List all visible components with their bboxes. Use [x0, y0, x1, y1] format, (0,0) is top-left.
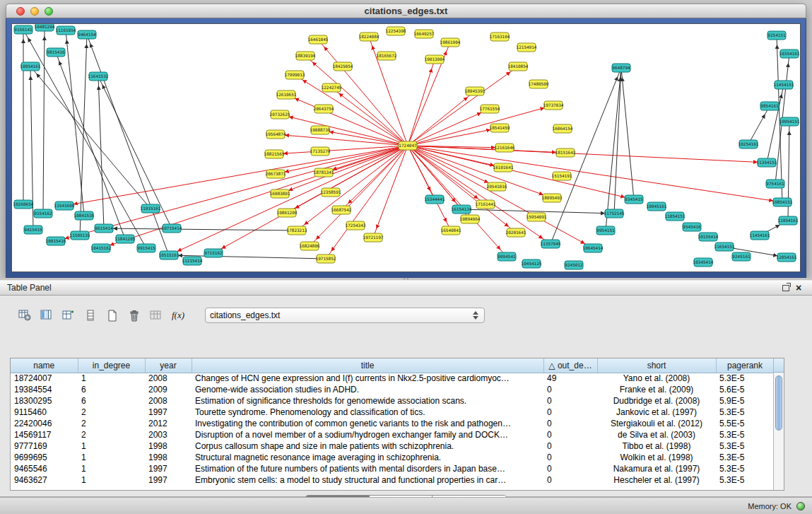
graph-node[interactable]: 11454151 — [774, 81, 794, 89]
graph-node[interactable]: 16983801 — [270, 189, 290, 198]
graph-node[interactable]: 11915161 — [141, 204, 161, 213]
graph-node[interactable]: 10354161 — [779, 49, 800, 58]
graph-node[interactable]: 10954161 — [20, 62, 41, 71]
graph-edge[interactable] — [614, 68, 621, 214]
column-header[interactable]: title — [192, 358, 543, 373]
graph-node[interactable]: 11354151 — [757, 158, 777, 167]
graph-node[interactable]: 11954161 — [778, 216, 799, 225]
graph-node[interactable]: 17761554 — [480, 105, 500, 113]
graph-node[interactable]: 9915415 — [137, 244, 155, 252]
table-cell[interactable]: 2008 — [145, 373, 192, 384]
graph-node[interactable]: 19715852 — [316, 255, 336, 263]
column-header[interactable]: △ out_de… — [543, 358, 597, 373]
table-row[interactable]: 946554611997Estimation of the future num… — [11, 463, 773, 474]
graph-node[interactable]: 18839194 — [295, 52, 316, 60]
table-cell[interactable]: 5.5E-5 — [716, 418, 773, 429]
show-columns-icon[interactable] — [37, 307, 56, 324]
graph-node[interactable]: 9954151 — [596, 226, 615, 235]
graph-node[interactable]: 20673871 — [266, 170, 286, 178]
graph-node[interactable]: 9345415 — [625, 195, 643, 204]
table-cell[interactable]: 5.3E-5 — [716, 373, 773, 384]
graph-edge[interactable] — [408, 146, 782, 202]
graph-edge[interactable] — [43, 27, 45, 214]
graph-edge[interactable] — [297, 146, 408, 230]
table-cell[interactable]: Dudbridge et al. (2008) — [597, 395, 716, 407]
graph-edge[interactable] — [408, 128, 500, 146]
table-row[interactable]: 977716911998Corpus callosum shape and si… — [11, 440, 773, 452]
graph-node[interactable]: 12242745 — [322, 83, 342, 92]
graph-node[interactable]: 9545416 — [683, 223, 701, 231]
table-cell[interactable]: 1 — [78, 440, 145, 452]
table-row[interactable]: 911546021997Tourette syndrome. Phenomeno… — [11, 407, 773, 418]
graph-edge[interactable] — [87, 35, 169, 255]
table-cell[interactable]: 9115460 — [11, 407, 78, 418]
graph-node[interactable]: 10415162 — [91, 244, 112, 252]
graph-node[interactable]: 10260654 — [13, 200, 34, 209]
table-cell[interactable]: 5.3E-5 — [716, 440, 773, 452]
graph-node[interactable]: 12358591 — [321, 188, 341, 197]
float-panel-icon[interactable] — [779, 282, 792, 293]
table-cell[interactable]: 0 — [543, 440, 597, 452]
graph-node[interactable]: 18945391 — [465, 87, 486, 95]
graph-node[interactable]: 16154134 — [452, 205, 472, 214]
graph-node[interactable]: 17823213 — [287, 226, 307, 235]
graph-node[interactable]: 15954091 — [526, 213, 547, 221]
table-cell[interactable]: Stergiakouli et al. (2012) — [597, 418, 716, 429]
table-cell[interactable]: 2012 — [145, 418, 192, 429]
graph-node[interactable]: 19721197 — [363, 233, 384, 242]
graph-node[interactable]: 17163104 — [490, 33, 510, 41]
graph-node[interactable]: 19894964 — [460, 215, 481, 223]
graph-node[interactable]: 19861209 — [277, 209, 298, 217]
graph-node[interactable]: 10454125 — [522, 259, 542, 268]
graph-node[interactable]: 20541016 — [487, 182, 507, 191]
table-cell[interactable]: 2008 — [145, 395, 192, 407]
graph-node[interactable]: 9854161 — [760, 102, 779, 110]
table-cell[interactable]: 5.6E-5 — [716, 384, 773, 395]
table-cell[interactable]: 6 — [78, 395, 145, 407]
table-cell[interactable]: Yano et al. (2008) — [597, 373, 716, 384]
graph-edge[interactable] — [408, 91, 475, 146]
table-cell[interactable]: 1997 — [145, 463, 192, 474]
graph-node[interactable]: 18095493 — [542, 194, 563, 202]
graph-edge[interactable] — [408, 146, 497, 187]
graph-node[interactable]: 9094541 — [498, 252, 516, 261]
graph-node[interactable]: 9156141 — [14, 25, 33, 34]
add-column-icon[interactable] — [59, 307, 78, 324]
graph-node[interactable]: 17161441 — [476, 200, 496, 209]
graph-node[interactable]: 19737034 — [543, 101, 564, 110]
column-header[interactable]: year — [145, 358, 192, 373]
table-options-icon[interactable] — [16, 307, 34, 324]
graph-node[interactable]: 10841535 — [74, 211, 95, 220]
graph-node[interactable]: 9615414 — [95, 224, 113, 233]
function-builder-icon[interactable]: f(x) — [169, 307, 187, 324]
table-cell[interactable]: Structural magnetic resonance image aver… — [192, 452, 543, 463]
graph-edge[interactable] — [276, 134, 408, 146]
table-cell[interactable]: Nakamura et al. (1997) — [597, 463, 716, 474]
table-cell[interactable]: 9777169 — [11, 440, 78, 452]
table-cell[interactable]: Embryonic stem cells: a model to study s… — [192, 474, 543, 486]
table-cell[interactable]: Changes of HCN gene expression and I(f) … — [192, 373, 543, 384]
table-cell[interactable]: 18724007 — [11, 373, 78, 384]
graph-node[interactable]: 9754161 — [766, 180, 784, 188]
graph-node[interactable]: 9245012 — [565, 261, 583, 269]
close-panel-icon[interactable]: × — [792, 282, 805, 293]
graph-edge[interactable] — [606, 68, 621, 230]
graph-node[interactable]: 11215414 — [182, 257, 203, 265]
table-cell[interactable]: 5.3E-5 — [716, 407, 773, 418]
graph-node[interactable]: 19861904 — [440, 38, 461, 47]
table-cell[interactable]: 1998 — [145, 440, 192, 452]
graph-node[interactable]: 18821565 — [264, 150, 285, 158]
graph-node[interactable]: 16824806 — [300, 242, 320, 250]
graph-node[interactable]: 19564874 — [266, 130, 286, 139]
graph-edge[interactable] — [30, 66, 151, 209]
graph-node[interactable]: 16064154 — [553, 124, 573, 133]
delete-icon[interactable] — [125, 307, 143, 324]
table-cell[interactable]: 0 — [543, 418, 597, 429]
table-cell[interactable]: 49 — [543, 373, 597, 384]
table-cell[interactable]: Jankovic et al. (1997) — [597, 407, 716, 418]
graph-node[interactable]: 9415415 — [24, 226, 42, 234]
graph-edge[interactable] — [621, 68, 634, 199]
graph-node[interactable]: 19088739 — [310, 126, 331, 134]
graph-node[interactable]: 10715414 — [162, 224, 182, 233]
graph-node[interactable]: 20732625 — [270, 110, 290, 119]
